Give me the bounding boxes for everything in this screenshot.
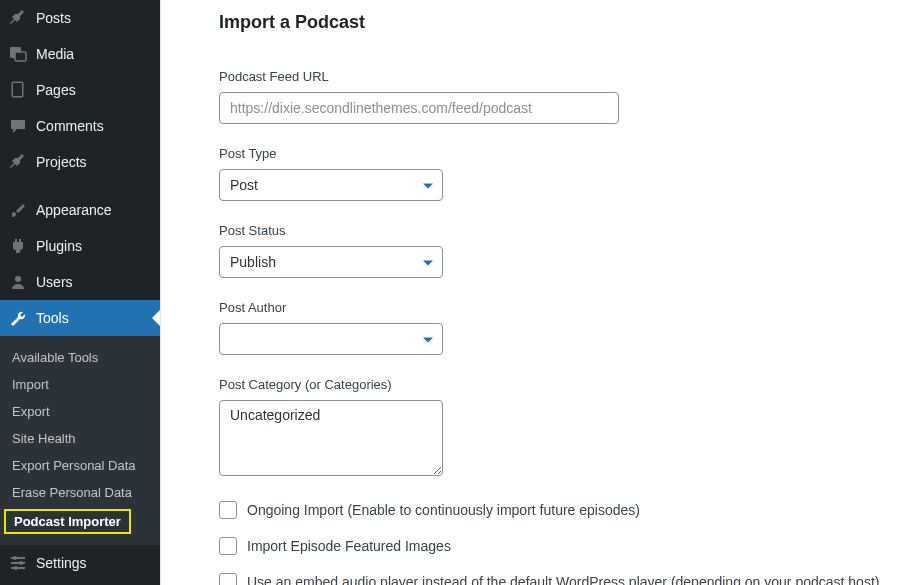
svg-rect-1 <box>15 52 26 61</box>
brush-icon <box>8 200 28 220</box>
post-category-textarea[interactable]: Uncategorized <box>219 400 443 476</box>
wrench-icon <box>8 308 28 328</box>
media-icon <box>8 44 28 64</box>
post-author-select[interactable] <box>219 323 443 355</box>
field-embed-player: Use an embed audio player instead of the… <box>219 573 880 585</box>
post-status-label: Post Status <box>219 223 880 238</box>
admin-sidebar: Posts Media Pages Comments Projects Appe… <box>0 0 160 585</box>
user-icon <box>8 272 28 292</box>
sidebar-label: Media <box>36 46 74 62</box>
import-featured-checkbox[interactable] <box>219 537 237 555</box>
sidebar-item-posts[interactable]: Posts <box>0 0 160 36</box>
sidebar-item-appearance[interactable]: Appearance <box>0 192 160 228</box>
post-category-label: Post Category (or Categories) <box>219 377 880 392</box>
field-ongoing-import: Ongoing Import (Enable to continuously i… <box>219 501 880 519</box>
submenu-available-tools[interactable]: Available Tools <box>0 344 160 371</box>
sidebar-label: Users <box>36 274 73 290</box>
sliders-icon <box>8 553 28 573</box>
field-post-author: Post Author <box>219 300 880 355</box>
sidebar-item-settings[interactable]: Settings <box>0 545 160 581</box>
plug-icon <box>8 236 28 256</box>
main-panel: Import a Podcast Podcast Feed URL Post T… <box>160 0 900 585</box>
submenu-export[interactable]: Export <box>0 398 160 425</box>
submenu-erase-personal[interactable]: Erase Personal Data <box>0 479 160 506</box>
sidebar-label: Settings <box>36 555 87 571</box>
post-status-select[interactable]: Publish <box>219 246 443 278</box>
sidebar-label: Appearance <box>36 202 112 218</box>
feed-url-label: Podcast Feed URL <box>219 69 880 84</box>
submenu-podcast-importer[interactable]: Podcast Importer <box>4 509 131 534</box>
sidebar-item-comments[interactable]: Comments <box>0 108 160 144</box>
ongoing-import-checkbox[interactable] <box>219 501 237 519</box>
comment-icon <box>8 116 28 136</box>
sidebar-label: Projects <box>36 154 87 170</box>
field-post-category: Post Category (or Categories) Uncategori… <box>219 377 880 479</box>
svg-point-9 <box>13 556 17 560</box>
svg-rect-3 <box>13 83 22 96</box>
sidebar-item-media[interactable]: Media <box>0 36 160 72</box>
submenu-import[interactable]: Import <box>0 371 160 398</box>
svg-point-5 <box>15 276 21 282</box>
sidebar-item-plugins[interactable]: Plugins <box>0 228 160 264</box>
sidebar-item-projects[interactable]: Projects <box>0 144 160 180</box>
field-post-type: Post Type Post <box>219 146 880 201</box>
sidebar-label: Posts <box>36 10 71 26</box>
sidebar-item-tools[interactable]: Tools <box>0 300 160 336</box>
feed-url-input[interactable] <box>219 92 619 124</box>
sidebar-label: Plugins <box>36 238 82 254</box>
submenu-export-personal[interactable]: Export Personal Data <box>0 452 160 479</box>
submenu-site-health[interactable]: Site Health <box>0 425 160 452</box>
pin-icon <box>8 8 28 28</box>
svg-point-11 <box>14 566 18 570</box>
sidebar-item-pages[interactable]: Pages <box>0 72 160 108</box>
svg-point-10 <box>19 561 23 565</box>
sidebar-label: Tools <box>36 310 69 326</box>
field-import-featured: Import Episode Featured Images <box>219 537 880 555</box>
field-feed-url: Podcast Feed URL <box>219 69 880 124</box>
post-type-label: Post Type <box>219 146 880 161</box>
sidebar-item-users[interactable]: Users <box>0 264 160 300</box>
page-title: Import a Podcast <box>219 12 880 33</box>
tools-submenu: Available Tools Import Export Site Healt… <box>0 336 160 545</box>
embed-player-checkbox[interactable] <box>219 573 237 585</box>
content-area: Import a Podcast Podcast Feed URL Post T… <box>160 0 900 585</box>
import-featured-label: Import Episode Featured Images <box>247 538 451 554</box>
ongoing-import-label: Ongoing Import (Enable to continuously i… <box>247 502 640 518</box>
pin-icon <box>8 152 28 172</box>
page-icon <box>8 80 28 100</box>
embed-player-label: Use an embed audio player instead of the… <box>247 574 879 585</box>
sidebar-label: Comments <box>36 118 104 134</box>
sidebar-label: Pages <box>36 82 76 98</box>
post-type-select[interactable]: Post <box>219 169 443 201</box>
field-post-status: Post Status Publish <box>219 223 880 278</box>
post-author-label: Post Author <box>219 300 880 315</box>
